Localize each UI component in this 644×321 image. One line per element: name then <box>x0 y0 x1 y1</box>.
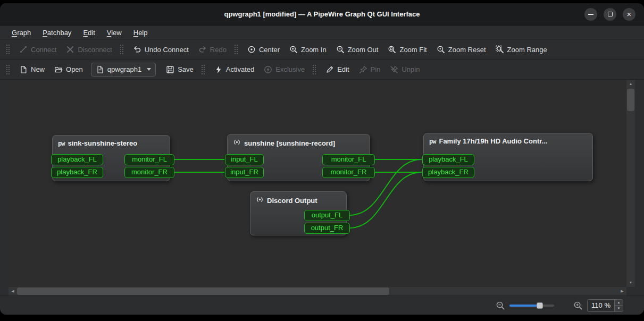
patchbay-profile-value: qpwgraph1 <box>107 65 141 73</box>
sunshine-input-fl-port[interactable]: input_FL <box>225 154 264 165</box>
zoom-slider[interactable] <box>509 301 554 310</box>
zoom-slider-handle[interactable] <box>537 302 543 309</box>
redo-icon <box>198 45 207 54</box>
open-folder-icon <box>54 65 63 74</box>
connect-icon <box>19 45 28 54</box>
node-title: sink-sunshine-stereo <box>68 139 137 147</box>
zoom-in-icon <box>573 301 583 310</box>
new-label: New <box>31 65 45 73</box>
connect-button: Connect <box>14 42 61 57</box>
vertical-scrollbar-thumb[interactable] <box>627 89 634 111</box>
center-button[interactable]: Center <box>242 42 285 57</box>
maximize-button[interactable] <box>604 8 616 21</box>
zoom-fit-button[interactable]: Zoom Fit <box>383 42 431 57</box>
disconnect-button: Disconnect <box>61 42 116 57</box>
open-label: Open <box>66 65 83 73</box>
zoom-value[interactable]: 110 % <box>588 300 614 311</box>
zoom-out-icon <box>336 45 345 54</box>
zoom-range-button[interactable]: Zoom Range <box>491 42 552 57</box>
zoom-out-button[interactable]: Zoom Out <box>331 42 383 57</box>
menu-edit[interactable]: Edit <box>78 27 100 39</box>
node-discord-output[interactable]: Discord Output output_FL output_FR <box>250 191 347 235</box>
chevron-down-icon <box>147 68 151 71</box>
graph-toolbar: Connect Disconnect Undo Connect Redo <box>0 40 644 60</box>
close-button[interactable]: × <box>623 8 635 21</box>
node-family-hd-audio[interactable]: pw Family 17h/19h HD Audio Contr... play… <box>423 133 593 181</box>
horizontal-scrollbar[interactable]: ◀ ▶ <box>9 287 626 295</box>
node-sink-sunshine-stereo[interactable]: pw sink-sunshine-stereo playback_FL play… <box>52 135 170 181</box>
zoom-spinbox[interactable]: 110 % ▲ ▼ <box>587 299 623 312</box>
menu-patchbay[interactable]: Patchbay <box>37 27 77 39</box>
spin-up-icon[interactable]: ▲ <box>615 300 623 306</box>
undo-connect-label: Undo Connect <box>145 46 189 54</box>
toolbar-grip[interactable] <box>6 44 11 55</box>
toolbar-grip[interactable] <box>312 64 317 75</box>
zoom-out-icon <box>496 301 505 310</box>
activated-button[interactable]: Activated <box>210 62 259 77</box>
toolbar-grip[interactable] <box>120 44 124 55</box>
node-sunshine[interactable]: sunshine [sunshine-record] input_FL inpu… <box>227 134 370 181</box>
sink-sunshine-stereo-monitor-fr-port[interactable]: monitor_FR <box>124 167 174 178</box>
node-header: pw sink-sunshine-stereo <box>53 136 170 149</box>
zoom-out-label: Zoom Out <box>348 46 379 54</box>
disconnect-label: Disconnect <box>78 46 112 54</box>
unpin-button: Unpin <box>385 62 424 77</box>
zoom-fit-icon <box>388 45 396 54</box>
edit-button[interactable]: Edit <box>321 62 354 77</box>
unpin-label: Unpin <box>402 65 420 73</box>
family-hd-audio-playback-fl-port[interactable]: playback_FL <box>422 154 474 165</box>
toolbar-grip[interactable] <box>234 44 239 55</box>
connections-layer <box>9 80 626 287</box>
zoom-range-label: Zoom Range <box>507 46 547 54</box>
zoom-in-icon <box>289 45 298 54</box>
zoom-reset-icon <box>437 45 445 54</box>
sink-sunshine-stereo-playback-fl-port[interactable]: playback_FL <box>51 154 103 165</box>
pipewire-icon: pw <box>429 138 436 145</box>
discord-output-fr-port[interactable]: output_FR <box>304 223 350 234</box>
redo-button: Redo <box>194 42 231 57</box>
spin-down-icon[interactable]: ▼ <box>615 306 623 311</box>
exclusive-icon <box>264 65 272 74</box>
disconnect-icon <box>66 45 74 54</box>
open-button[interactable]: Open <box>49 62 88 77</box>
scroll-left-arrow-icon[interactable]: ◀ <box>9 287 17 295</box>
window-controls: × <box>584 3 635 25</box>
sink-sunshine-stereo-playback-fr-port[interactable]: playback_FR <box>51 167 103 178</box>
statusbar: 110 % ▲ ▼ <box>0 295 644 315</box>
node-header: Discord Output <box>250 192 346 208</box>
qpwgraph-window: qpwgraph1 [modified] — A PipeWire Graph … <box>0 3 644 315</box>
sunshine-monitor-fr-port[interactable]: monitor_FR <box>322 167 375 178</box>
save-button[interactable]: Save <box>161 62 198 77</box>
family-hd-audio-playback-fr-port[interactable]: playback_FR <box>422 167 474 178</box>
graph-canvas[interactable]: pw sink-sunshine-stereo playback_FL play… <box>9 80 626 287</box>
scroll-up-arrow-icon[interactable]: ▲ <box>626 80 635 88</box>
menu-graph[interactable]: Graph <box>6 27 36 39</box>
horizontal-scrollbar-thumb[interactable] <box>17 288 389 295</box>
vertical-scrollbar[interactable]: ▲ ▼ <box>626 80 635 287</box>
exclusive-button: Exclusive <box>259 62 310 77</box>
undo-connect-button[interactable]: Undo Connect <box>128 42 194 57</box>
titlebar[interactable]: qpwgraph1 [modified] — A PipeWire Graph … <box>0 3 644 26</box>
new-button[interactable]: New <box>14 62 49 77</box>
exclusive-label: Exclusive <box>275 65 305 73</box>
toolbar-grip[interactable] <box>6 64 11 75</box>
menu-view[interactable]: View <box>102 27 127 39</box>
scroll-down-arrow-icon[interactable]: ▼ <box>626 278 635 287</box>
node-header: sunshine [sunshine-record] <box>228 134 370 150</box>
center-icon <box>247 45 256 54</box>
scroll-right-arrow-icon[interactable]: ▶ <box>618 287 626 295</box>
sunshine-input-fr-port[interactable]: input_FR <box>225 167 264 178</box>
zoom-in-button[interactable]: Zoom In <box>285 42 331 57</box>
patchbay-profile-combo[interactable]: qpwgraph1 <box>91 63 156 77</box>
zoom-in-label: Zoom In <box>301 46 327 54</box>
patchbay-toolbar: New Open qpwgraph1 Save Act <box>0 60 644 80</box>
save-label: Save <box>178 65 194 73</box>
toolbar-grip[interactable] <box>201 64 206 75</box>
discord-output-fl-port[interactable]: output_FL <box>304 210 350 221</box>
minimize-button[interactable] <box>584 8 597 21</box>
sunshine-monitor-fl-port[interactable]: monitor_FL <box>322 154 375 165</box>
menu-help[interactable]: Help <box>128 27 153 39</box>
zoom-reset-button[interactable]: Zoom Reset <box>432 42 491 57</box>
activated-bolt-icon <box>214 65 223 74</box>
sink-sunshine-stereo-monitor-fl-port[interactable]: monitor_FL <box>124 154 174 165</box>
